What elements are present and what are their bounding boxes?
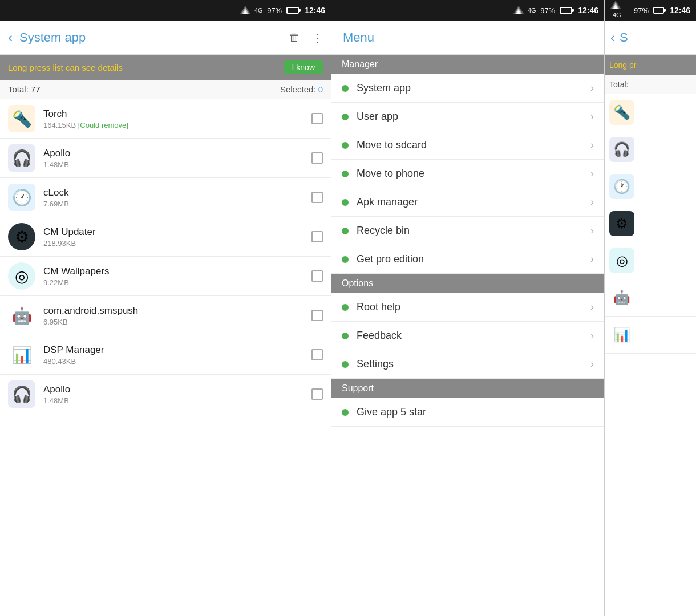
app-info: cLock7.69MB [43,187,304,208]
left-status-icons: 4G [240,6,264,15]
menu-dot-icon [342,114,349,120]
chevron-icon: › [590,139,594,151]
app-list-item[interactable]: 🕐cLock7.69MB [0,178,331,217]
menu-section-header: Support [331,379,604,398]
left-back-button[interactable]: ‹ [8,30,13,46]
status-bar-left: 4G 97% 12:46 [0,0,331,21]
chevron-icon: › [590,111,594,123]
menu-item-label: User app [357,111,582,123]
chevron-icon: › [590,253,594,265]
app-meta: 7.69MB [43,200,304,208]
app-checkbox[interactable] [311,152,323,164]
app-checkbox[interactable] [311,388,323,400]
menu-item[interactable]: Root help› [331,293,604,322]
app-list-item[interactable]: 🤖com.android.smspush6.95KB [0,296,331,335]
menu-item-label: Give app 5 star [357,406,594,418]
menu-item[interactable]: Feedback› [331,322,604,350]
recycle-icon[interactable]: 🗑 [289,31,300,44]
menu-dot-icon [342,142,349,149]
app-list-item[interactable]: 🔦Torch164.15KB [Could remove] [0,99,331,139]
menu-section-header: Manager [331,55,604,74]
left-time: 12:46 [305,6,325,15]
menu-dot-icon [342,409,349,416]
app-list-item[interactable]: 🎧Apollo1.48MB [0,139,331,178]
menu-item[interactable]: Move to sdcard› [331,131,604,160]
app-meta: 6.95KB [43,318,304,326]
right-notice-bar: Long pr [605,55,696,75]
app-info: Apollo1.48MB [43,148,304,169]
chevron-icon: › [590,358,594,370]
right-panel: 4G 97% 12:46 ‹ S Long pr Total: 🔦🎧🕐⚙◎🤖📊 [605,0,696,616]
app-checkbox[interactable] [311,310,323,321]
menu-dot-icon [342,361,349,368]
chevron-icon: › [590,301,594,313]
middle-battery-text: 97% [540,6,555,15]
more-icon[interactable]: ⋮ [311,31,323,44]
app-name: DSP Manager [43,345,304,356]
total-count: 77 [31,84,41,94]
menu-item[interactable]: User app› [331,103,604,131]
app-name: com.android.smspush [43,305,304,317]
i-know-button[interactable]: I know [284,60,323,74]
menu-dot-icon [342,256,349,263]
menu-item[interactable]: Move to phone› [331,160,604,188]
app-checkbox[interactable] [311,349,323,360]
app-checkbox[interactable] [311,270,323,282]
right-app-icon: ◎ [609,248,634,273]
status-bar-right: 4G 97% 12:46 [605,0,696,21]
menu-item-label: Feedback [357,330,582,342]
app-icon: 📊 [8,341,35,368]
stats-bar-left: Total: 77 Selected: 0 [0,80,331,99]
right-app-item: 🤖 [605,279,696,317]
menu-item[interactable]: Settings› [331,350,604,379]
app-list-left: 🔦Torch164.15KB [Could remove]🎧Apollo1.48… [0,99,331,616]
right-app-item: ◎ [605,242,696,279]
menu-header: Menu [331,21,604,55]
app-meta: 480.43KB [43,357,304,366]
app-list-item[interactable]: ◎CM Wallpapers9.22MB [0,257,331,296]
menu-item[interactable]: Give app 5 star [331,398,604,427]
menu-item-label: Apk manager [357,196,582,208]
right-app-icon: 🕐 [609,174,634,199]
app-removable: [Could remove] [76,121,128,129]
left-battery-icon [286,7,299,14]
right-battery-icon [653,7,664,14]
chevron-icon: › [590,225,594,237]
app-list-item[interactable]: ⚙CM Updater218.93KB [0,217,331,257]
app-list-item[interactable]: 📊DSP Manager480.43KB [0,335,331,375]
menu-item[interactable]: Recycle bin› [331,217,604,245]
menu-item-label: Root help [357,301,582,313]
right-back-button[interactable]: ‹ [610,30,615,46]
app-name: Torch [43,108,304,120]
app-checkbox[interactable] [311,113,323,124]
menu-content: ManagerSystem app›User app›Move to sdcar… [331,55,604,616]
app-list-item[interactable]: 🎧Apollo1.48MB [0,375,331,414]
app-checkbox[interactable] [311,192,323,203]
left-panel: 4G 97% 12:46 ‹ System app 🗑 ⋮ Long press… [0,0,331,616]
app-icon: ◎ [8,262,35,290]
menu-item[interactable]: Apk manager› [331,188,604,217]
right-app-icon: 🎧 [609,137,634,162]
chevron-icon: › [590,82,594,94]
app-info: com.android.smspush6.95KB [43,305,304,326]
app-name: CM Wallpapers [43,266,304,277]
menu-item[interactable]: Get pro edition› [331,245,604,274]
menu-dot-icon [342,85,349,92]
right-stats-bar: Total: [605,75,696,94]
app-meta: 9.22MB [43,278,304,287]
app-icon: 🕐 [8,184,35,211]
menu-item-label: Get pro edition [357,253,582,265]
right-total-label: Total: [609,80,628,89]
middle-battery-icon [560,7,572,14]
app-checkbox[interactable] [311,231,323,242]
chevron-icon: › [590,168,594,180]
notice-text-left: Long press list can see details [8,63,123,72]
menu-section-header: Options [331,274,604,293]
right-app-item: ⚙ [605,205,696,242]
menu-item[interactable]: System app› [331,74,604,103]
app-icon: 🎧 [8,144,35,172]
right-app-item: 🔦 [605,94,696,131]
right-app-icon: 🤖 [609,285,634,310]
selected-label: Selected: 0 [280,84,323,94]
menu-item-label: System app [357,82,582,94]
